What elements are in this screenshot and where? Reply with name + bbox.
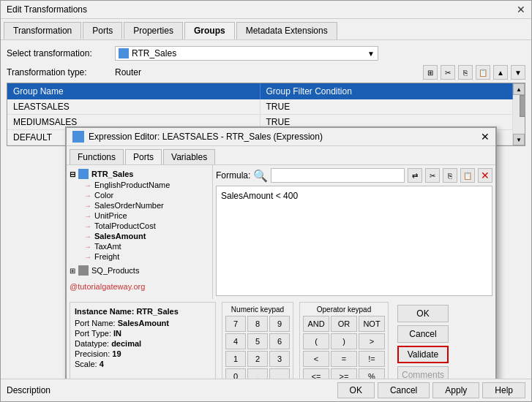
validate-button[interactable]: Validate (397, 346, 449, 363)
key-0[interactable]: 0 (225, 368, 246, 379)
key-6[interactable]: 6 (269, 333, 290, 349)
tree-children: → EnglishProductName → Color → SalesOrde… (84, 180, 209, 262)
key-gt[interactable]: > (359, 333, 385, 349)
down-icon[interactable]: ▼ (511, 65, 525, 80)
help-bottom-button[interactable]: Help (482, 382, 525, 398)
key-gte[interactable]: >= (331, 368, 357, 379)
col-filter-condition: Group Filter Condition (261, 83, 514, 99)
arrow-icon: → (84, 232, 91, 240)
tree-item-freight[interactable]: → Freight (84, 251, 209, 262)
arrow-icon: → (84, 191, 91, 200)
tab-transformation[interactable]: Transformation (4, 22, 81, 39)
dialog-title-icon (72, 131, 84, 143)
tree-panel: ⊟ RTR_Sales → EnglishProductName → C (67, 165, 213, 299)
tree-item-totalproductcost[interactable]: → TotalProductCost (84, 221, 209, 231)
key-eq[interactable]: = (331, 351, 357, 367)
expression-editor-dialog: Expression Editor: LEASTSALES - RTR_Sale… (65, 126, 497, 379)
key-3[interactable]: 3 (269, 351, 290, 367)
formula-delete-btn[interactable]: ✕ (478, 168, 492, 183)
scroll-thumb[interactable] (520, 95, 525, 117)
formula-icon-btn3[interactable]: ⎘ (443, 168, 457, 183)
tree-root-item[interactable]: ⊟ RTR_Sales (70, 168, 209, 180)
tree-expand-icon[interactable]: ⊟ (70, 170, 77, 178)
dialog-close-icon[interactable]: ✕ (481, 131, 490, 143)
ok-bottom-button[interactable]: OK (337, 382, 375, 398)
key-lte[interactable]: <= (303, 368, 329, 379)
key-8[interactable]: 8 (247, 316, 268, 332)
grid-icon[interactable]: ⊞ (423, 65, 438, 80)
operator-keypad: Operator keypad AND OR NOT ( ) > < = != (299, 302, 389, 379)
key-or[interactable]: OR (331, 316, 357, 332)
key-7[interactable]: 7 (225, 316, 246, 332)
close-icon[interactable]: ✕ (517, 4, 525, 15)
scroll-up-btn[interactable]: ▲ (513, 83, 525, 95)
arrow-icon: → (84, 212, 91, 220)
tree-item-color[interactable]: → Color (84, 190, 209, 200)
watermark: @tutorialgateway.org (70, 282, 209, 291)
table-row[interactable]: LEASTSALES TRUE (7, 99, 513, 115)
expression-area[interactable]: SalesAmount < 400 (216, 186, 492, 296)
key-mod[interactable]: % (359, 368, 385, 379)
tab-ports[interactable]: Ports (83, 22, 122, 39)
key-lt[interactable]: < (303, 351, 329, 367)
formula-icon-btn1[interactable]: ⇄ (408, 168, 422, 183)
tab-metadata[interactable]: Metadata Extensions (236, 22, 337, 39)
tree-item-unitprice[interactable]: → UnitPrice (84, 211, 209, 221)
portname-value: SalesAmount (118, 319, 169, 327)
tree-item-label: SalesOrderNumber (94, 201, 164, 210)
tab-ports[interactable]: Ports (125, 149, 162, 164)
tab-groups[interactable]: Groups (184, 22, 235, 39)
cancel-bottom-button[interactable]: Cancel (378, 382, 430, 398)
tree-item-taxamt[interactable]: → TaxAmt (84, 241, 209, 251)
dropdown-arrow-icon: ▼ (367, 50, 375, 58)
action-buttons: OK Cancel Validate Comments Help (394, 302, 452, 379)
cut-icon[interactable]: ✂ (441, 65, 455, 80)
ok-button[interactable]: OK (397, 305, 449, 322)
rtr-tree-icon (78, 169, 89, 179)
key-4[interactable]: 4 (225, 333, 246, 349)
apply-bottom-button[interactable]: Apply (432, 382, 479, 398)
key-5[interactable]: 5 (247, 333, 268, 349)
tree-item-englishproductname[interactable]: → EnglishProductName (84, 180, 209, 190)
key-dot[interactable]: . (247, 368, 268, 379)
arrow-icon: → (84, 253, 91, 261)
bottom-buttons: OK Cancel Apply Help (337, 382, 525, 398)
arrow-icon: → (84, 202, 91, 210)
formula-icon-btn2[interactable]: ✂ (425, 168, 440, 183)
tree-item-label: SalesAmount (94, 232, 146, 240)
key-and[interactable]: AND (303, 316, 329, 332)
tree-item-salesamount[interactable]: → SalesAmount (84, 231, 209, 241)
copy-icon[interactable]: ⎘ (458, 65, 473, 80)
formula-label: Formula: (216, 170, 250, 181)
groups-table-header: Group Name Group Filter Condition (7, 83, 513, 99)
instance-panel: Instance Name: RTR_Sales Port Name: Sale… (70, 302, 216, 379)
formula-search-input[interactable] (271, 168, 405, 183)
tab-functions[interactable]: Functions (70, 149, 124, 164)
porttype-value: IN (113, 329, 121, 338)
up-icon[interactable]: ▲ (493, 65, 508, 80)
key-not[interactable]: NOT (359, 316, 385, 332)
key-9[interactable]: 9 (269, 316, 290, 332)
key-1[interactable]: 1 (225, 351, 246, 367)
type-row: Transformation type: Router (7, 67, 141, 77)
dialog-tabs: Functions Ports Variables (67, 146, 495, 165)
key-rparen[interactable]: ) (331, 333, 357, 349)
search-icon[interactable]: 🔍 (253, 169, 268, 183)
window-title: Edit Transformations (7, 4, 87, 15)
tab-properties[interactable]: Properties (124, 22, 183, 39)
key-2[interactable]: 2 (247, 351, 268, 367)
tree-subroot-item[interactable]: ⊞ SQ_Products (70, 265, 209, 276)
cancel-button[interactable]: Cancel (397, 325, 449, 343)
tree-expand-icon-sub[interactable]: ⊞ (70, 267, 77, 275)
paste-icon[interactable]: 📋 (476, 65, 490, 80)
table-scrollbar[interactable]: ▲ ▼ (513, 83, 525, 145)
key-neq[interactable]: != (359, 351, 385, 367)
comments-button: Comments (397, 366, 449, 379)
key-lparen[interactable]: ( (303, 333, 329, 349)
type-label: Transformation type: (7, 67, 109, 77)
tree-item-salesordernumber[interactable]: → SalesOrderNumber (84, 200, 209, 211)
select-transformation-dropdown[interactable]: RTR_Sales ▼ (115, 46, 378, 61)
tab-variables[interactable]: Variables (163, 149, 215, 164)
formula-icon-btn4[interactable]: 📋 (460, 168, 475, 183)
scroll-down-btn[interactable]: ▼ (513, 134, 525, 145)
